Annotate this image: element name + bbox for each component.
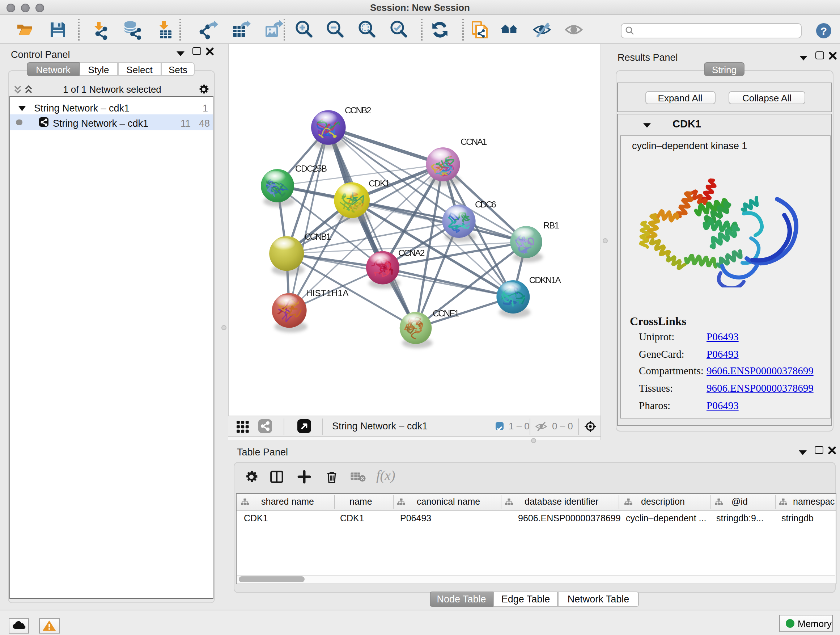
svg-text:CCNB1: CCNB1: [304, 232, 331, 241]
svg-text:CCNE1: CCNE1: [433, 309, 459, 318]
svg-text:CCNB2: CCNB2: [345, 105, 371, 115]
svg-text:CCNA2: CCNA2: [398, 248, 425, 258]
svg-text:CDK1: CDK1: [369, 179, 390, 188]
svg-text:RB1: RB1: [543, 220, 559, 230]
svg-text:HIST1H1A: HIST1H1A: [306, 288, 349, 298]
svg-text:CDC6: CDC6: [475, 200, 496, 209]
svg-text:CDKN1A: CDKN1A: [529, 275, 561, 285]
svg-text:CCNA1: CCNA1: [461, 137, 487, 147]
svg-text:CDC25B: CDC25B: [295, 164, 327, 173]
